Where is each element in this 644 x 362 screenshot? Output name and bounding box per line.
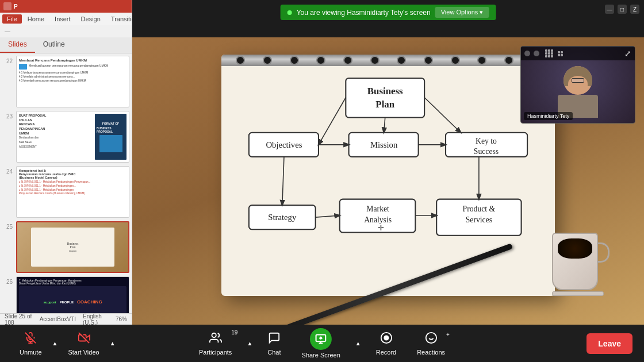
- slides-tab[interactable]: Slides: [0, 37, 35, 53]
- bottom-toolbar: Unmute ▲ Start Video ▲: [0, 325, 644, 362]
- minimize-button[interactable]: —: [605, 5, 614, 14]
- chat-button[interactable]: Chat: [259, 328, 289, 359]
- record-button[interactable]: Record: [368, 328, 404, 359]
- slide-num-23: 23: [2, 111, 13, 120]
- participant-camera: ⤢ Hasminidiarty Tety: [520, 46, 635, 124]
- chat-icon: [268, 332, 281, 347]
- toolbar-center-group: 19 Participants ▲ Chat Sha: [191, 325, 453, 362]
- reactions-button[interactable]: + Reactions: [409, 328, 453, 359]
- zoom-notify-area: You are viewing Hasminidiarty Tety's scr…: [132, 0, 644, 37]
- slide-item-24[interactable]: 24 Kompetensi Inti 3:Penyusunan rencana …: [2, 166, 129, 218]
- slide-num-24: 24: [2, 166, 13, 175]
- svg-text:Strategy: Strategy: [268, 213, 297, 222]
- slide-thumb-24[interactable]: Kompetensi Inti 3:Penyusunan rencana usa…: [16, 166, 129, 218]
- ppt-ribbon: —: [0, 25, 132, 37]
- ppt-title: P: [14, 3, 18, 10]
- slide-thumb-25[interactable]: BusinessPlan diagram: [16, 221, 129, 273]
- ppt-tab-insert[interactable]: Insert: [50, 14, 75, 24]
- caret-up-icon: ▲: [110, 340, 116, 346]
- svg-line-24: [282, 157, 284, 205]
- toolbar-right-group: Leave: [586, 333, 632, 354]
- ppt-area: P File Home Insert Design Transition —: [0, 0, 132, 37]
- svg-text:Business: Business: [367, 86, 403, 97]
- slide-num-26: 26: [2, 276, 13, 285]
- spiral-hole: [370, 56, 379, 65]
- svg-text:Analysis: Analysis: [364, 215, 392, 224]
- start-video-label: Start Video: [68, 349, 99, 356]
- slide-thumb-23[interactable]: BUAT PROPOSALUSULANRENCANAPENDAMPINGANUM…: [16, 111, 129, 163]
- unmute-caret[interactable]: ▲: [50, 337, 60, 350]
- ppt-tab-home[interactable]: Home: [23, 14, 49, 24]
- slide-thumb-22[interactable]: Membuat Rencana Pendampingan UMKM Membua…: [16, 56, 129, 107]
- chat-label: Chat: [267, 349, 281, 356]
- slide-content-23: BUAT PROPOSALUSULANRENCANAPENDAMPINGANUM…: [17, 111, 129, 162]
- view-options-button[interactable]: View Options ▾: [435, 7, 489, 18]
- participants-caret[interactable]: ▲: [244, 337, 255, 350]
- business-plan-diagram-svg: Business Plan Objectives Mission Key to …: [221, 66, 555, 296]
- slide-content-22: Membuat Rencana Pendampingan UMKM Membua…: [17, 56, 129, 107]
- spiral-hole: [290, 56, 299, 65]
- svg-point-35: [384, 336, 388, 340]
- cam-minimize[interactable]: [524, 51, 530, 56]
- slide-content-24: Kompetensi Inti 3:Penyusunan rencana usa…: [17, 167, 129, 217]
- slide-item-22[interactable]: 22 Membuat Rencana Pendampingan UMKM Mem…: [2, 56, 129, 107]
- slide-item-25[interactable]: 25 BusinessPlan diagram: [2, 221, 129, 273]
- slide-content-26: 7. Melakukan Pendampingan Penyerapan Man…: [17, 277, 129, 313]
- language-indicator: English (U.S.): [83, 313, 109, 325]
- caret-up-icon: ▲: [355, 340, 361, 346]
- slides-list: 22 Membuat Rencana Pendampingan UMKM Mem…: [0, 53, 132, 313]
- unmute-button[interactable]: Unmute: [12, 328, 50, 359]
- caret-up-icon: ▲: [52, 340, 58, 346]
- reactions-icon: [425, 332, 438, 347]
- ppt-tab-design[interactable]: Design: [76, 14, 105, 24]
- outline-tab[interactable]: Outline: [35, 37, 73, 53]
- svg-text:Mission: Mission: [370, 140, 398, 149]
- svg-line-20: [384, 117, 385, 132]
- slide-thumb-26[interactable]: 7. Melakukan Pendampingan Penyerapan Man…: [16, 276, 129, 313]
- status-bar: Slide 25 of 108 AccentBoxVTI English (U.…: [0, 313, 132, 325]
- top-bar: P File Home Insert Design Transition — Y…: [0, 0, 644, 37]
- spiral-hole: [451, 56, 460, 65]
- ppt-tabs[interactable]: File Home Insert Design Transition: [0, 13, 132, 25]
- svg-text:Services: Services: [466, 215, 492, 224]
- participant-head: [564, 66, 592, 95]
- slides-tabs: Slides Outline: [0, 37, 132, 53]
- leave-button[interactable]: Leave: [586, 333, 632, 354]
- spiral-binding: [221, 55, 555, 66]
- zoom-icon-btn[interactable]: Z: [630, 5, 639, 14]
- svg-point-36: [425, 332, 436, 342]
- ppt-tab-file[interactable]: File: [2, 14, 22, 24]
- svg-text:Key to: Key to: [476, 137, 497, 145]
- svg-text:Plan: Plan: [375, 99, 394, 110]
- video-caret[interactable]: ▲: [108, 337, 118, 350]
- svg-text:Product &: Product &: [463, 205, 496, 213]
- slide-num-22: 22: [2, 56, 13, 64]
- maximize-button[interactable]: □: [618, 5, 627, 14]
- share-screen-label: Share Screen: [302, 352, 340, 359]
- slide-item-23[interactable]: 23 BUAT PROPOSALUSULANRENCANAPENDAMPINGA…: [2, 111, 129, 163]
- share-screen-button[interactable]: Share Screen: [294, 325, 348, 362]
- ppt-quick-access-bar: P: [0, 0, 132, 13]
- reactions-label: Reactions: [417, 349, 445, 356]
- screen-share-area: Business Plan Objectives Mission Key to …: [132, 37, 644, 325]
- caret-up-icon: ▲: [247, 340, 252, 346]
- spiral-hole: [424, 56, 433, 65]
- slides-panel: Slides Outline 22 Membuat Rencana Pendam…: [0, 37, 132, 325]
- share-screen-caret[interactable]: ▲: [353, 337, 363, 350]
- svg-line-19: [319, 98, 346, 145]
- participants-button[interactable]: 19 Participants: [191, 328, 240, 359]
- business-plan-background: Business Plan Objectives Mission Key to …: [132, 37, 644, 325]
- svg-text:Objectives: Objectives: [266, 140, 302, 149]
- svg-text:Success: Success: [474, 147, 499, 156]
- cam-tile-view[interactable]: [534, 51, 539, 56]
- spiral-hole: [316, 56, 325, 65]
- cam-expand-icon[interactable]: ⤢: [624, 49, 631, 58]
- ribbon-item: —: [5, 28, 10, 34]
- svg-text:Market: Market: [366, 205, 389, 213]
- spiral-hole: [477, 56, 486, 65]
- cam-header: ⤢: [521, 47, 635, 60]
- face: [568, 76, 588, 92]
- start-video-button[interactable]: Start Video: [60, 328, 107, 359]
- slide-item-26[interactable]: 26 7. Melakukan Pendampingan Penyerapan …: [2, 276, 129, 313]
- main-content: Slides Outline 22 Membuat Rencana Pendam…: [0, 37, 644, 325]
